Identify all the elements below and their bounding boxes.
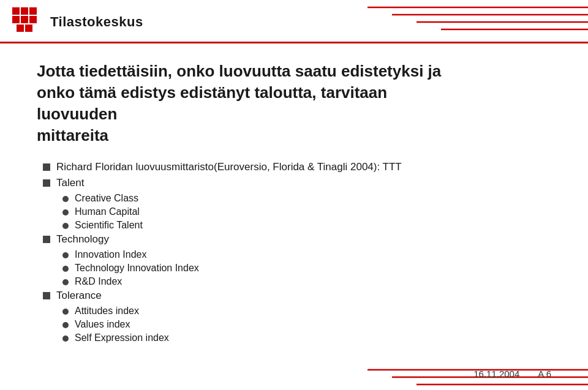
bullet-square [43, 163, 50, 171]
footer-page: A 6 [538, 369, 551, 379]
bullet-square [43, 236, 50, 243]
bullet-square [43, 179, 50, 187]
tolerance-group: Tolerance Attitudes index Values index S… [43, 290, 551, 343]
bullet-circle [62, 279, 69, 285]
bullet-circle [62, 209, 69, 216]
footer: 16.11.2004 A 6 [473, 369, 551, 379]
title-line3: mittareita [37, 126, 108, 144]
child-label: Innovation Index [75, 249, 146, 260]
item-label: Technology [56, 233, 109, 246]
bullet-circle [62, 336, 69, 342]
talent-children: Creative Class Human Capital Scientific … [62, 193, 551, 231]
bullet-circle [62, 266, 69, 272]
list-item: Self Expression index [62, 332, 551, 343]
title-block: Jotta tiedettäisiin, onko luovuutta saat… [37, 61, 551, 146]
list-item: Attitudes index [62, 306, 551, 317]
list-item: Technology [43, 233, 551, 246]
bottom-decoration [355, 362, 588, 390]
item-label: Richard Floridan luovuusmittaristo(Eurov… [56, 161, 402, 173]
bullet-circle [62, 322, 69, 328]
title-line2: onko tämä edistys edistänyt taloutta, ta… [37, 83, 387, 123]
list-item: R&D Index [62, 276, 551, 287]
bullet-square [43, 292, 50, 299]
logo-text: Tilastokeskus [50, 14, 143, 30]
list-item: Innovation Index [62, 249, 551, 260]
list-item: Human Capital [62, 206, 551, 217]
list-item: Richard Floridan luovuusmittaristo(Eurov… [43, 161, 551, 173]
list-section: Richard Floridan luovuusmittaristo(Eurov… [37, 161, 551, 343]
logo-icon [12, 7, 44, 37]
list-item: Tolerance [43, 290, 551, 302]
child-label: R&D Index [75, 276, 122, 287]
svg-rect-11 [25, 24, 32, 32]
title-line1: Jotta tiedettäisiin, onko luovuutta saat… [37, 62, 441, 80]
child-label: Values index [75, 319, 130, 330]
main-title: Jotta tiedettäisiin, onko luovuutta saat… [37, 61, 466, 146]
child-label: Scientific Talent [75, 220, 143, 231]
list-item: Values index [62, 319, 551, 330]
child-label: Human Capital [75, 206, 140, 217]
child-label: Self Expression index [75, 332, 169, 343]
svg-rect-8 [29, 7, 37, 15]
child-label: Creative Class [75, 193, 138, 204]
bullet-circle [62, 252, 69, 258]
list-item: Technology Innovation Index [62, 263, 551, 274]
talent-group: Talent Creative Class Human Capital Scie… [43, 177, 551, 231]
item-label: Tolerance [56, 290, 102, 302]
bullet-circle [62, 309, 69, 315]
svg-rect-5 [21, 7, 28, 15]
svg-rect-4 [12, 7, 20, 15]
header: Tilastokeskus [0, 0, 588, 42]
bullet-circle [62, 223, 69, 229]
logo-area: Tilastokeskus [12, 7, 143, 37]
item-label: Talent [56, 177, 84, 189]
list-item: Scientific Talent [62, 220, 551, 231]
svg-rect-9 [29, 16, 37, 23]
bullet-circle [62, 196, 69, 202]
svg-rect-6 [12, 16, 20, 23]
main-content: Jotta tiedettäisiin, onko luovuutta saat… [0, 43, 588, 358]
list-item: Creative Class [62, 193, 551, 204]
footer-date: 16.11.2004 [473, 369, 519, 379]
list-item: Talent [43, 177, 551, 189]
svg-rect-10 [17, 24, 24, 32]
child-label: Technology Innovation Index [75, 263, 199, 274]
svg-rect-7 [21, 16, 28, 23]
technology-children: Innovation Index Technology Innovation I… [62, 249, 551, 287]
technology-group: Technology Innovation Index Technology I… [43, 233, 551, 287]
child-label: Attitudes index [75, 306, 139, 317]
tolerance-children: Attitudes index Values index Self Expres… [62, 306, 551, 343]
